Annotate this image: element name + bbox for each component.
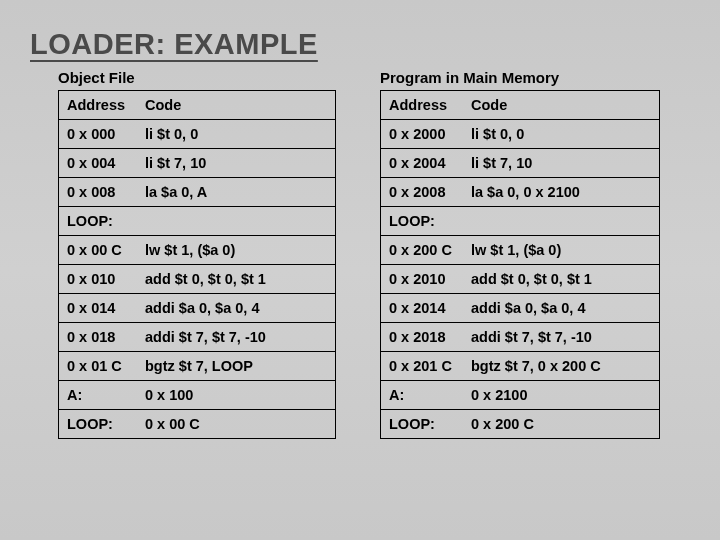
table-row: 0 x 000li $t 0, 0 (59, 120, 336, 149)
cell-code: bgtz $t 7, 0 x 200 C (463, 352, 660, 381)
cell-code: add $t 0, $t 0, $t 1 (137, 265, 336, 294)
cell-code: li $t 7, 10 (463, 149, 660, 178)
cell-code: addi $a 0, $a 0, 4 (137, 294, 336, 323)
table-row: 0 x 010add $t 0, $t 0, $t 1 (59, 265, 336, 294)
cell-code: addi $t 7, $t 7, -10 (137, 323, 336, 352)
cell-addr: 0 x 010 (59, 265, 138, 294)
cell-code (137, 207, 336, 236)
table-row: 0 x 200 Clw $t 1, ($a 0) (381, 236, 660, 265)
cell-code: 0 x 100 (137, 381, 336, 410)
cell-addr: 0 x 2008 (381, 178, 464, 207)
cell-code: add $t 0, $t 0, $t 1 (463, 265, 660, 294)
content-columns: Object File Address Code 0 x 000li $t 0,… (30, 69, 690, 439)
table-row: LOOP: (381, 207, 660, 236)
cell-addr: A: (381, 381, 464, 410)
cell-addr: 0 x 201 C (381, 352, 464, 381)
table-row: 0 x 00 Clw $t 1, ($a 0) (59, 236, 336, 265)
cell-addr: A: (59, 381, 138, 410)
cell-addr: 0 x 2010 (381, 265, 464, 294)
page-title: LOADER: EXAMPLE (30, 28, 690, 61)
cell-addr: LOOP: (59, 410, 138, 439)
table-row: LOOP: (59, 207, 336, 236)
cell-code: la $a 0, 0 x 2100 (463, 178, 660, 207)
cell-addr: 0 x 00 C (59, 236, 138, 265)
table-row: 0 x 2004li $t 7, 10 (381, 149, 660, 178)
header-code: Code (463, 91, 660, 120)
cell-code: li $t 0, 0 (137, 120, 336, 149)
table-header-row: Address Code (59, 91, 336, 120)
object-file-table: Address Code 0 x 000li $t 0, 0 0 x 004li… (58, 90, 336, 439)
cell-code: bgtz $t 7, LOOP (137, 352, 336, 381)
cell-addr: LOOP: (381, 410, 464, 439)
header-address: Address (381, 91, 464, 120)
table-row: 0 x 01 Cbgtz $t 7, LOOP (59, 352, 336, 381)
cell-addr: 0 x 014 (59, 294, 138, 323)
table-row: LOOP:0 x 200 C (381, 410, 660, 439)
cell-addr: 0 x 018 (59, 323, 138, 352)
cell-code: la $a 0, A (137, 178, 336, 207)
cell-code: li $t 0, 0 (463, 120, 660, 149)
cell-addr: 0 x 01 C (59, 352, 138, 381)
header-address: Address (59, 91, 138, 120)
main-memory-column: Program in Main Memory Address Code 0 x … (380, 69, 660, 439)
table-row: 0 x 201 Cbgtz $t 7, 0 x 200 C (381, 352, 660, 381)
table-row: 0 x 2018addi $t 7, $t 7, -10 (381, 323, 660, 352)
cell-code: addi $a 0, $a 0, 4 (463, 294, 660, 323)
cell-addr: LOOP: (381, 207, 464, 236)
cell-code (463, 207, 660, 236)
table-row: 0 x 004li $t 7, 10 (59, 149, 336, 178)
cell-code: addi $t 7, $t 7, -10 (463, 323, 660, 352)
cell-code: 0 x 200 C (463, 410, 660, 439)
object-file-heading: Object File (58, 69, 336, 86)
cell-addr: 0 x 000 (59, 120, 138, 149)
table-header-row: Address Code (381, 91, 660, 120)
table-row: LOOP:0 x 00 C (59, 410, 336, 439)
cell-addr: 0 x 2000 (381, 120, 464, 149)
table-row: 0 x 2010add $t 0, $t 0, $t 1 (381, 265, 660, 294)
main-memory-heading: Program in Main Memory (380, 69, 660, 86)
table-row: 0 x 2008la $a 0, 0 x 2100 (381, 178, 660, 207)
table-row: 0 x 014addi $a 0, $a 0, 4 (59, 294, 336, 323)
cell-addr: LOOP: (59, 207, 138, 236)
cell-code: lw $t 1, ($a 0) (463, 236, 660, 265)
table-row: 0 x 2014addi $a 0, $a 0, 4 (381, 294, 660, 323)
cell-addr: 0 x 200 C (381, 236, 464, 265)
cell-code: 0 x 2100 (463, 381, 660, 410)
cell-addr: 0 x 008 (59, 178, 138, 207)
table-row: A:0 x 2100 (381, 381, 660, 410)
cell-addr: 0 x 2004 (381, 149, 464, 178)
cell-addr: 0 x 004 (59, 149, 138, 178)
slide: LOADER: EXAMPLE Object File Address Code… (0, 0, 720, 540)
header-code: Code (137, 91, 336, 120)
cell-code: 0 x 00 C (137, 410, 336, 439)
table-row: 0 x 2000li $t 0, 0 (381, 120, 660, 149)
table-row: 0 x 008la $a 0, A (59, 178, 336, 207)
main-memory-table: Address Code 0 x 2000li $t 0, 0 0 x 2004… (380, 90, 660, 439)
table-row: 0 x 018addi $t 7, $t 7, -10 (59, 323, 336, 352)
cell-code: lw $t 1, ($a 0) (137, 236, 336, 265)
table-row: A:0 x 100 (59, 381, 336, 410)
cell-addr: 0 x 2014 (381, 294, 464, 323)
cell-code: li $t 7, 10 (137, 149, 336, 178)
cell-addr: 0 x 2018 (381, 323, 464, 352)
object-file-column: Object File Address Code 0 x 000li $t 0,… (58, 69, 336, 439)
